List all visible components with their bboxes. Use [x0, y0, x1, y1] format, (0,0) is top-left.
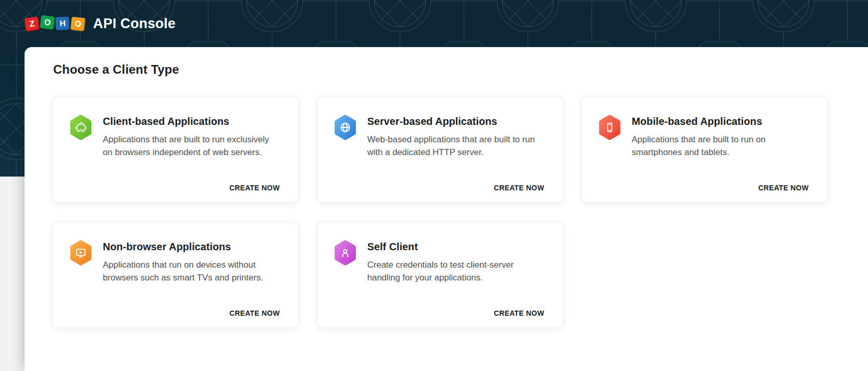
create-now-link[interactable]: CREATE NOW: [494, 309, 544, 317]
zoho-logo[interactable]: ZOHO: [25, 17, 85, 30]
content-panel: Choose a Client Type Client-based Applic…: [25, 47, 868, 371]
zoho-logo-tile: Z: [24, 16, 39, 32]
create-now-link[interactable]: CREATE NOW: [758, 184, 809, 192]
zoho-logo-tile: O: [40, 15, 55, 30]
smartphone-icon: [598, 115, 621, 140]
client-type-card-server-based[interactable]: Server-based Applications Web-based appl…: [317, 97, 563, 203]
card-description: Create credentials to test client-server…: [367, 258, 544, 284]
create-now-link[interactable]: CREATE NOW: [229, 184, 280, 192]
card-title: Self Client: [367, 241, 544, 253]
client-type-card-self-client[interactable]: Self Client Create credentials to test c…: [317, 222, 563, 328]
zoho-logo-tile: H: [55, 16, 70, 30]
puzzle-icon: [70, 115, 92, 140]
card-description: Applications that are built to run on sm…: [632, 133, 809, 159]
card-description: Applications that are built to run exclu…: [103, 133, 280, 159]
client-type-card-client-based[interactable]: Client-based Applications Applications t…: [53, 97, 299, 203]
client-type-card-mobile-based[interactable]: Mobile-based Applications Applications t…: [582, 97, 828, 203]
card-title: Client-based Applications: [103, 116, 280, 127]
card-title: Server-based Applications: [367, 116, 544, 127]
card-description: Web-based applications that are built to…: [367, 133, 544, 159]
client-type-card-non-browser[interactable]: Non-browser Applications Applications th…: [53, 222, 299, 328]
card-title: Mobile-based Applications: [632, 116, 809, 127]
zoho-logo-tile: O: [71, 17, 86, 32]
app-title: API Console: [93, 16, 175, 32]
card-title: Non-browser Applications: [103, 241, 280, 253]
create-now-link[interactable]: CREATE NOW: [494, 184, 544, 192]
user-icon: [334, 240, 357, 266]
app-header: ZOHO API Console: [0, 0, 868, 47]
create-now-link[interactable]: CREATE NOW: [229, 309, 280, 317]
globe-icon: [334, 115, 357, 140]
page-title: Choose a Client Type: [53, 62, 868, 77]
client-type-grid: Client-based Applications Applications t…: [53, 97, 868, 328]
card-description: Applications that run on devices without…: [103, 258, 280, 284]
tv-icon: [70, 240, 92, 266]
